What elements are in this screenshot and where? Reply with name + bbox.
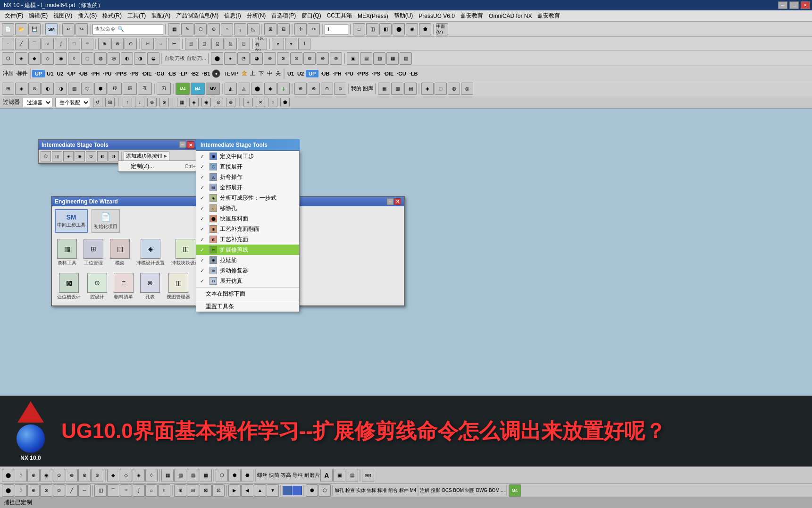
menu-analysis[interactable]: 分析(N) — [244, 11, 269, 21]
edw-init-btn[interactable]: 📄 初始化项目 — [92, 209, 120, 233]
press2-pps[interactable]: ·PPS — [355, 70, 370, 77]
tb-arc[interactable]: ⌒ — [28, 38, 41, 50]
tb-hole[interactable]: ○ — [221, 23, 233, 35]
sm-plus[interactable]: + — [277, 83, 290, 95]
minimize-button[interactable]: ─ — [778, 1, 787, 9]
tb-pattern[interactable]: ⊞ — [264, 23, 276, 35]
menu-edu1[interactable]: 盈安教育 — [458, 11, 486, 21]
press-pu[interactable]: ·PU — [101, 70, 113, 77]
menu-item-unfold-sim[interactable]: ✓ ⊙ 展开仿真 — [196, 276, 299, 286]
ist-minimize-btn[interactable]: ─ — [179, 141, 186, 148]
tb-blend[interactable]: ╮ — [234, 23, 246, 35]
close-button[interactable]: ✕ — [801, 1, 810, 9]
press-down2[interactable]: 下 — [257, 69, 265, 78]
bt2-b12[interactable]: ⌕ — [145, 484, 158, 497]
filter-btn10[interactable]: ⊙ — [214, 98, 223, 107]
edw-minimize-btn[interactable]: ─ — [387, 198, 393, 205]
tb-s22[interactable]: ⊜ — [330, 52, 342, 65]
tool-hole-table[interactable]: ⊚ 孔表 — [138, 271, 162, 303]
filter-btn4[interactable]: ↓ — [135, 98, 144, 107]
tb-mirror[interactable]: ⊟ — [277, 23, 290, 35]
tool-relief[interactable]: ▩ 让位槽设计 — [55, 271, 83, 303]
filter-btn7[interactable]: ▦ — [177, 98, 186, 107]
press-gu[interactable]: ·GU — [154, 70, 166, 77]
tb-s13[interactable]: ⬤ — [211, 52, 223, 65]
tb-shading[interactable]: ⬟ — [419, 23, 431, 35]
menu-view[interactable]: 视图(V) — [50, 11, 75, 21]
menu-pressug[interactable]: PressUG V6.0 — [416, 12, 458, 20]
bt1-b1[interactable]: ⬤ — [2, 469, 14, 482]
sm-t17[interactable]: ▦ — [378, 83, 390, 95]
press2-ph[interactable]: ·PH — [331, 70, 343, 77]
tb-s17[interactable]: ⊕ — [264, 52, 276, 65]
menu-prefs[interactable]: 首选项(P) — [268, 11, 299, 21]
tb-s23[interactable]: ▣ — [347, 52, 359, 65]
tb-cs3[interactable]: ⌇ — [298, 38, 310, 50]
bt2-b18[interactable]: ▶ — [228, 484, 241, 497]
tb-param[interactable]: 参数（原有的）U... — [255, 38, 267, 50]
press-b2[interactable]: ·B2 — [189, 70, 200, 77]
sm-t12[interactable]: ◆ — [264, 83, 276, 95]
tb-s7[interactable]: ◌ — [81, 52, 93, 65]
ist-tb1[interactable]: ⬡ — [41, 151, 51, 161]
press2-ps[interactable]: ·PS — [370, 70, 382, 77]
menu-item-addendum-flip[interactable]: ✓ ◉ 工艺补充面翻面 — [196, 224, 299, 234]
sm-t2[interactable]: ◈ — [15, 83, 27, 95]
bt1-b7[interactable]: ⊛ — [78, 469, 91, 482]
tb-s25[interactable]: ▥ — [373, 52, 385, 65]
bt1-b2[interactable]: ○ — [15, 469, 27, 482]
menu-reset-toolbar[interactable]: 重置工具条 — [196, 301, 299, 312]
bt1-b12[interactable]: ◊ — [145, 469, 158, 482]
filter-btn2[interactable]: ⊞ — [105, 98, 115, 107]
menu-file[interactable]: 文件(F) — [2, 11, 26, 21]
tb-s19[interactable]: ⊙ — [290, 52, 302, 65]
sm-hole[interactable]: 孔 — [138, 83, 152, 95]
ist-tb5[interactable]: ⊙ — [86, 151, 96, 161]
press-u1[interactable]: UP — [32, 70, 45, 77]
filter-btn3[interactable]: ↑ — [123, 98, 132, 107]
press2-ub[interactable]: ·UB — [319, 70, 331, 77]
search-box[interactable]: 查找命令 🔍 — [92, 24, 163, 34]
edw-sm-button[interactable]: SM 中间工步工具 — [55, 209, 88, 233]
sm-t6[interactable]: ▧ — [68, 83, 80, 95]
ist-tb4[interactable]: ◉ — [75, 151, 85, 161]
tb-s16[interactable]: ◕ — [251, 52, 263, 65]
sm-t11[interactable]: ⬤ — [251, 83, 263, 95]
menu-item-remove-hole[interactable]: ✓ ○ 移除孔 — [196, 203, 299, 213]
tb-s8[interactable]: ◍ — [94, 52, 107, 65]
tb-spline[interactable]: ∫ — [55, 38, 67, 50]
sm-t3[interactable]: ⊙ — [28, 83, 41, 95]
tb-open[interactable]: 📂 — [15, 23, 27, 35]
tb-s15[interactable]: ◔ — [237, 52, 250, 65]
sm-layer[interactable]: 层 — [123, 83, 137, 95]
tb-s26[interactable]: ▦ — [386, 52, 399, 65]
press2-u1[interactable]: U1 — [286, 70, 295, 77]
bt1-b11[interactable]: ◈ — [133, 469, 145, 482]
bt1-b16[interactable]: ▩ — [200, 469, 212, 482]
tb-s21[interactable]: ⊛ — [317, 52, 329, 65]
bt1-b18[interactable]: ⬢ — [228, 469, 241, 482]
bt2-b13[interactable]: ⌗ — [158, 484, 170, 497]
sm-t5[interactable]: ◑ — [55, 83, 67, 95]
menu-item-addendum[interactable]: ✓ ◐ 工艺补充面 — [196, 234, 299, 245]
tb-sm[interactable]: SM — [45, 23, 58, 35]
press-u3[interactable]: U2 — [55, 70, 65, 77]
scale-input[interactable]: 1 — [325, 24, 348, 34]
tool-material[interactable]: ▦ 条料工具 — [55, 237, 79, 269]
tb-center[interactable]: 中面(M) — [436, 23, 448, 35]
tb-join[interactable]: ⊢ — [168, 38, 180, 50]
press2-lb[interactable]: ·LB — [408, 70, 419, 77]
bt2-b6[interactable]: ╱ — [66, 484, 78, 497]
bt2-b3[interactable]: ⊕ — [27, 484, 40, 497]
tb-c3[interactable]: ⌺ — [211, 38, 224, 50]
sm-t18[interactable]: ▧ — [391, 83, 403, 95]
menu-item-bend-op[interactable]: ✓ ◬ 折弯操作 — [196, 172, 299, 182]
tb-cs1[interactable]: ⌅ — [272, 38, 284, 50]
tb-line[interactable]: ╱ — [15, 38, 27, 50]
tb-move[interactable]: ✛ — [294, 23, 307, 35]
press-ph[interactable]: ·PH — [90, 70, 101, 77]
tool-die-settings[interactable]: ◈ 冲模设计设置 — [134, 237, 167, 269]
filter-btn13[interactable]: ✕ — [256, 98, 265, 107]
tb-undo[interactable]: ↩ — [62, 23, 75, 35]
bt2-b2[interactable]: ○ — [15, 484, 27, 497]
